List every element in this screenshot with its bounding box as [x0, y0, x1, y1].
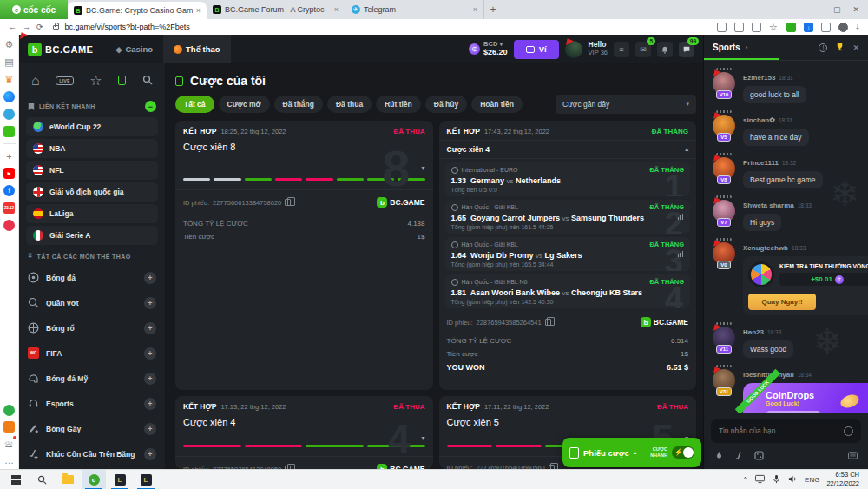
spin-now-button[interactable]: Quay Ngay!!: [748, 294, 816, 310]
file-explorer-icon[interactable]: [56, 470, 80, 489]
sidebar-item-eworldcup[interactable]: eWorld Cup 22: [26, 117, 158, 136]
stats-icon[interactable]: [678, 251, 684, 257]
collapse-button[interactable]: −: [145, 101, 156, 112]
my-bets-icon[interactable]: [118, 76, 126, 85]
coupon-icon[interactable]: [786, 23, 796, 32]
tray-chevron-icon[interactable]: ⌃: [742, 476, 748, 484]
expand-plus-button[interactable]: +: [144, 322, 156, 334]
language-indicator[interactable]: ENG: [805, 476, 819, 484]
currency-selector[interactable]: ₵ BCD ▾ $26.20: [469, 41, 508, 56]
expand-plus-button[interactable]: +: [144, 423, 156, 435]
expand-plus-button[interactable]: +: [144, 373, 156, 385]
nav-sports[interactable]: Thể thao: [163, 35, 231, 63]
facebook-icon[interactable]: f: [3, 185, 15, 196]
share-icon[interactable]: [752, 23, 761, 32]
bird-icon[interactable]: [3, 109, 15, 120]
expand-chevron-icon[interactable]: ▾: [421, 164, 424, 172]
tab-bcgame-forum[interactable]: B BC.Game Forum - A Cryptoc ×: [207, 0, 345, 19]
profile-avatar-icon[interactable]: [838, 23, 848, 32]
app-taskbar-icon[interactable]: L: [108, 470, 132, 489]
coccoc-taskbar-icon[interactable]: c: [82, 470, 106, 489]
mail-icon[interactable]: ✉5: [635, 42, 651, 57]
expand-plus-button[interactable]: +: [144, 448, 156, 460]
filter-cancelled[interactable]: Đã hủy: [425, 96, 467, 113]
bell-icon[interactable]: 🛎: [3, 438, 15, 449]
filter-all[interactable]: Tất cả: [175, 96, 214, 113]
bookmark-star-icon[interactable]: ☆: [769, 23, 779, 32]
emoji-icon[interactable]: [844, 426, 853, 436]
trophy-icon[interactable]: [835, 42, 845, 53]
sidebar-item-serie-a[interactable]: Giải Serie A: [26, 226, 158, 245]
betslip-button[interactable]: Phiếu cược ▴ CƯỢC NHANH ⚡: [562, 438, 701, 467]
url-field[interactable]: bc.game/vi/sports?bt-path=%2Fbets: [65, 23, 190, 31]
lock-icon[interactable]: [53, 25, 59, 30]
taskbar-search-icon[interactable]: [30, 470, 54, 489]
add-shortcut-icon[interactable]: +: [3, 150, 15, 162]
tab-bcgame[interactable]: B BC.Game: Crypto Casino Gam ×: [68, 2, 207, 19]
coindrops-card[interactable]: GOOD LUCK CoinDrops Good Luck! Hoàn thàn…: [743, 383, 868, 413]
download-icon[interactable]: ⤓: [856, 23, 859, 32]
rain-icon[interactable]: [714, 448, 724, 464]
user-info[interactable]: Hello VIP 36: [589, 41, 608, 56]
tab-telegram[interactable]: ✈ Telegram ×: [345, 0, 484, 19]
filter-refund[interactable]: Hoàn tiền: [471, 96, 523, 113]
more-icon[interactable]: …: [3, 454, 15, 466]
home-icon[interactable]: ⌂: [31, 73, 40, 89]
sidebar-item-american-football[interactable]: Bóng đá Mỹ +: [26, 366, 158, 391]
sort-dropdown[interactable]: Cược gần đây ▾: [556, 95, 696, 114]
downloader-icon[interactable]: ↓: [804, 23, 813, 32]
sidebar-item-esports[interactable]: Esports +: [26, 391, 158, 416]
start-button[interactable]: [3, 470, 28, 489]
collapse-chevron-icon[interactable]: ▴: [685, 146, 688, 153]
sidebar-item-cricket[interactable]: Bóng Gậy +: [26, 416, 158, 441]
app-taskbar-icon[interactable]: L: [134, 470, 158, 489]
cart-icon[interactable]: [3, 421, 15, 433]
favorites-star-icon[interactable]: ☆: [89, 72, 102, 89]
stats-icon[interactable]: [678, 214, 684, 220]
save-page-icon[interactable]: [717, 23, 727, 32]
expand-plus-button[interactable]: +: [144, 272, 156, 284]
wallet-button[interactable]: Ví: [514, 40, 559, 59]
sidebar-item-fifa[interactable]: WC FIFA +: [26, 340, 158, 366]
close-tab-icon[interactable]: ×: [473, 5, 477, 14]
copy-icon[interactable]: [285, 199, 291, 206]
sidebar-item-tennis[interactable]: Quần vợt +: [26, 290, 158, 315]
sidebar-item-premier-league[interactable]: Giải vô địch quốc gia: [26, 182, 158, 202]
calendar-icon[interactable]: 23.12: [3, 202, 15, 214]
sidebar-item-ice-hockey[interactable]: Khúc Côn Cầu Trên Băng +: [26, 441, 158, 466]
info-icon[interactable]: !: [819, 43, 827, 52]
commands-icon[interactable]: [734, 448, 744, 464]
filter-won[interactable]: Đã thắng: [274, 96, 323, 113]
maximize-window-button[interactable]: ▢: [833, 5, 841, 14]
live-icon[interactable]: LIVE: [56, 76, 73, 85]
filter-open[interactable]: Cược mở: [219, 96, 270, 113]
crown-icon[interactable]: ♛: [3, 74, 15, 85]
expand-plus-button[interactable]: +: [144, 297, 156, 309]
close-tab-icon[interactable]: ×: [334, 5, 339, 14]
sidebar-item-soccer[interactable]: Bóng đá +: [26, 265, 158, 290]
nav-casino[interactable]: ◆ Casino: [105, 35, 163, 63]
reload-button[interactable]: ⟳: [36, 23, 43, 31]
microphone-icon[interactable]: [772, 474, 781, 486]
volume-icon[interactable]: [788, 474, 798, 486]
promo-icon[interactable]: [3, 220, 15, 231]
coccoc-menu-button[interactable]: c cốc cốc: [0, 0, 68, 19]
filter-cashout[interactable]: Rút tiền: [376, 96, 421, 113]
dot-icon[interactable]: [3, 405, 15, 416]
close-window-button[interactable]: ✕: [852, 5, 859, 14]
gamepad-icon[interactable]: [3, 126, 15, 137]
extensions-icon[interactable]: [821, 23, 831, 32]
quick-bet-toggle[interactable]: ⚡: [672, 446, 694, 459]
copy-icon[interactable]: [545, 319, 551, 326]
chat-message-input[interactable]: [719, 426, 844, 435]
newsfeed-icon[interactable]: ▤: [3, 56, 15, 68]
coindrops-complete-button[interactable]: Hoàn thành: [766, 411, 821, 413]
close-chat-icon[interactable]: ✕: [852, 43, 859, 52]
sidebar-item-nba[interactable]: NBA: [26, 139, 158, 158]
expand-chevron-icon[interactable]: ▾: [421, 434, 424, 442]
new-tab-button[interactable]: +: [484, 0, 502, 19]
keyboard-icon[interactable]: [848, 448, 858, 464]
search-icon[interactable]: [142, 73, 153, 89]
expand-plus-button[interactable]: +: [144, 347, 156, 360]
sidebar-item-basketball[interactable]: Bóng rổ +: [26, 315, 158, 340]
